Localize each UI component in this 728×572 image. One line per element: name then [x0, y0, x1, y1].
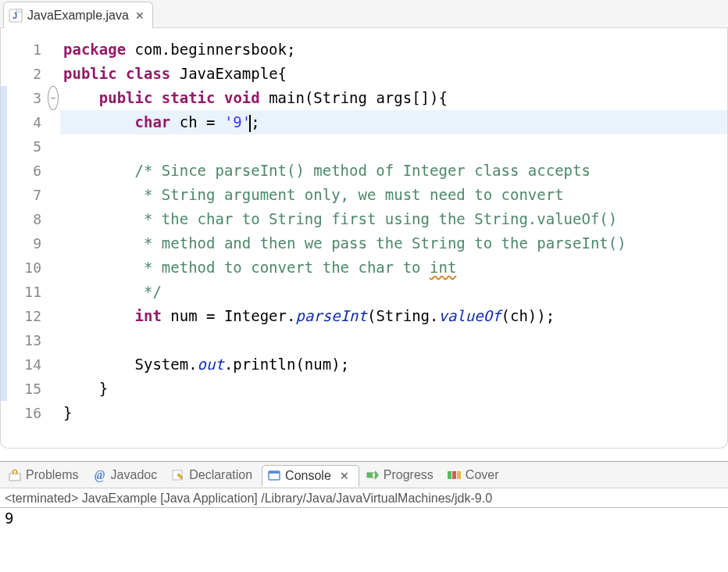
tab-problems[interactable]: Problems — [3, 465, 87, 485]
code-line[interactable]: * method to convert the char to int — [60, 256, 727, 280]
fold-spacer — [46, 159, 60, 183]
line-number-gutter: 12345678910111213141516 — [7, 28, 46, 448]
line-number: 1 — [7, 38, 41, 62]
bottom-panel: Problems @ Javadoc Declaration Console ✕ — [0, 461, 728, 570]
code-line[interactable]: } — [60, 377, 727, 401]
svg-rect-11 — [367, 473, 373, 477]
fold-toggle-icon[interactable]: − — [46, 86, 60, 110]
line-number: 14 — [7, 352, 41, 377]
svg-rect-12 — [448, 471, 451, 479]
line-number: 15 — [7, 377, 41, 401]
code-line[interactable]: int num = Integer.parseInt(String.valueO… — [60, 304, 727, 328]
marker-cell — [1, 328, 7, 352]
declaration-icon — [171, 468, 185, 482]
line-number: 16 — [7, 401, 41, 425]
editor-tab-active[interactable]: J JavaExample.java ✕ — [3, 2, 153, 28]
console-status: <terminated> JavaExample [Java Applicati… — [0, 488, 728, 508]
marker-cell — [1, 159, 7, 183]
svg-rect-5 — [14, 470, 16, 473]
line-number: 2 — [7, 62, 41, 86]
marker-cell — [1, 38, 7, 62]
java-file-icon: J — [9, 9, 23, 23]
editor-tab-filename: JavaExample.java — [27, 9, 129, 23]
svg-rect-9 — [269, 471, 280, 474]
console-output[interactable]: 9 — [0, 508, 728, 528]
javadoc-icon: @ — [93, 468, 107, 482]
code-line[interactable]: */ — [60, 280, 727, 304]
tab-console[interactable]: Console ✕ — [262, 465, 359, 487]
marker-cell — [1, 62, 7, 86]
code-line[interactable]: * the char to String first using the Str… — [60, 207, 727, 231]
svg-rect-6 — [14, 474, 16, 474]
code-area[interactable]: package com.beginnersbook;public class J… — [60, 28, 727, 448]
marker-cell — [1, 401, 7, 425]
tab-label: Console — [285, 469, 331, 483]
code-line[interactable]: public static void main(String args[]){ — [60, 86, 727, 110]
tab-declaration[interactable]: Declaration — [166, 465, 260, 485]
marker-cell — [1, 231, 7, 256]
line-number: 6 — [7, 159, 41, 183]
coverage-icon — [448, 468, 462, 482]
marker-cell — [1, 304, 7, 328]
marker-cell — [1, 86, 7, 110]
code-line[interactable]: public class JavaExample{ — [60, 62, 727, 86]
problems-icon — [8, 468, 22, 482]
tab-label: Declaration — [189, 468, 252, 482]
svg-text:J: J — [12, 11, 17, 20]
close-icon[interactable]: ✕ — [134, 9, 146, 22]
editor-area: 12345678910111213141516 − package com.be… — [0, 28, 728, 449]
view-tab-bar: Problems @ Javadoc Declaration Console ✕ — [0, 462, 728, 488]
code-line[interactable]: * String argument only, we must need to … — [60, 183, 727, 207]
fold-spacer — [46, 304, 60, 328]
marker-cell — [1, 110, 7, 134]
code-line[interactable] — [60, 328, 727, 352]
marker-cell — [1, 134, 7, 159]
line-number: 5 — [7, 134, 41, 159]
editor-tab-bar: J JavaExample.java ✕ — [0, 0, 728, 28]
marker-cell — [1, 352, 7, 377]
tab-progress[interactable]: Progress — [361, 465, 441, 485]
tab-coverage[interactable]: Cover — [443, 465, 507, 485]
code-line[interactable]: package com.beginnersbook; — [60, 38, 727, 62]
fold-spacer — [46, 401, 60, 425]
marker-cell — [1, 280, 7, 304]
line-number: 8 — [7, 207, 41, 231]
line-number: 13 — [7, 328, 41, 352]
fold-spacer — [46, 377, 60, 401]
svg-rect-13 — [452, 471, 456, 479]
svg-rect-2 — [16, 9, 22, 12]
fold-spacer — [46, 280, 60, 304]
svg-rect-14 — [457, 471, 461, 479]
tab-label: Javadoc — [111, 468, 158, 482]
fold-spacer — [46, 207, 60, 231]
code-line[interactable]: } — [60, 401, 727, 425]
fold-spacer — [46, 352, 60, 377]
marker-strip — [1, 28, 7, 448]
tab-label: Cover — [466, 468, 499, 482]
fold-spacer — [46, 110, 60, 134]
marker-cell — [1, 377, 7, 401]
code-line[interactable] — [60, 134, 727, 159]
line-number: 10 — [7, 256, 41, 280]
fold-spacer — [46, 38, 60, 62]
line-number: 4 — [7, 110, 41, 134]
line-number: 3 — [7, 86, 41, 110]
marker-cell — [1, 207, 7, 231]
code-line[interactable]: System.out.println(num); — [60, 352, 727, 377]
marker-cell — [1, 256, 7, 280]
tab-javadoc[interactable]: @ Javadoc — [88, 465, 166, 485]
fold-spacer — [46, 134, 60, 159]
code-line[interactable]: /* Since parseInt() method of Integer cl… — [60, 159, 727, 183]
fold-spacer — [46, 183, 60, 207]
tab-label: Progress — [384, 468, 434, 482]
fold-column: − — [46, 28, 60, 448]
code-line[interactable]: * method and then we pass the String to … — [60, 231, 727, 256]
line-number: 9 — [7, 231, 41, 256]
progress-icon — [366, 468, 380, 482]
fold-spacer — [46, 62, 60, 86]
close-icon[interactable]: ✕ — [338, 470, 351, 482]
marker-cell — [1, 183, 7, 207]
fold-spacer — [46, 231, 60, 256]
line-number: 12 — [7, 304, 41, 328]
code-line[interactable]: char ch = '9'; — [60, 110, 727, 134]
